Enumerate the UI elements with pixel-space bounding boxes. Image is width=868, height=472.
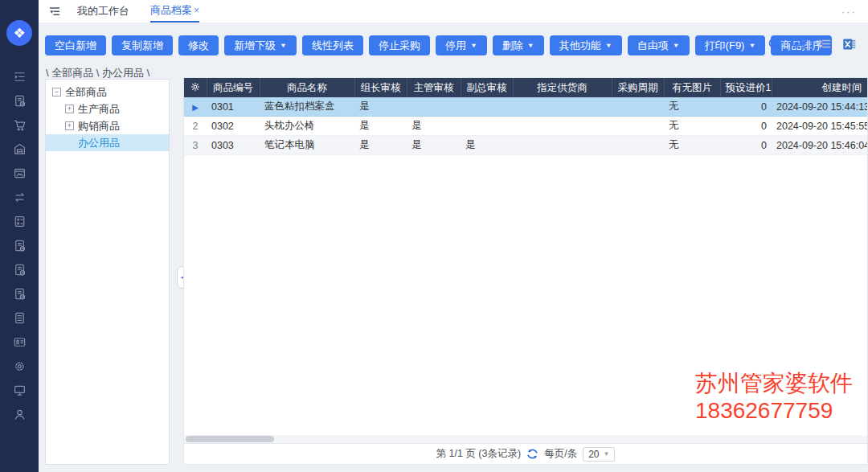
toolbar-button-6[interactable]: 停用▼ [436,35,487,55]
table-empty-area [184,155,867,435]
toolbar-button-label: 自由项 [637,39,669,53]
cell: 无 [664,97,720,117]
chevron-down-icon: ▼ [470,43,477,49]
nav-menu-icon[interactable] [12,69,27,84]
chevron-down-icon: ▼ [605,43,612,49]
column-header-2[interactable]: 组长审核 [354,78,407,97]
cell: 0303 [207,136,260,155]
tab-close-icon[interactable]: × [194,0,199,21]
scrollbar-thumb[interactable] [186,436,274,442]
table-row-2[interactable]: 30303笔记本电脑是是是无02024-09-20 15:46:04 [184,136,867,155]
cell: 0 [720,117,772,136]
column-header-6[interactable]: 采购周期 [612,78,664,97]
gallery-icon[interactable] [12,166,27,181]
product-table: 商品编号商品名称组长审核主管审核副总审核指定供货商采购周期有无图片预设进价1创建… [184,78,868,155]
cell: 0 [720,97,772,117]
tree-item-0[interactable]: −全部商品 [46,84,169,101]
horizontal-scrollbar[interactable] [184,435,867,443]
tree-item-label: 购销商品 [78,117,120,134]
table-row-0[interactable]: ▶0301蓝色粘扣档案盒是无02024-09-20 15:44:13 [184,97,867,117]
cell [612,136,664,155]
chevron-down-icon: ▼ [527,43,534,49]
page-info: 第 1/1 页 (3条记录) [436,447,522,461]
cell: 是 [354,136,407,155]
tree-item-label: 生产商品 [78,101,120,117]
cell: 笔记本电脑 [260,136,354,155]
toolbar-button-4[interactable]: 线性列表 [302,35,363,55]
cell [612,97,664,117]
main-area: 我的工作台 商品档案 × ··· 空白新增复制新增修改新增下级▼线性列表停止采购… [39,0,868,472]
column-header-7[interactable]: 有无图片 [664,78,720,97]
user-icon[interactable] [12,407,27,422]
gear-icon[interactable] [184,78,207,97]
purchase-cart-icon[interactable] [12,117,27,133]
collapse-node-icon[interactable]: − [52,88,61,96]
column-header-3[interactable]: 主管审核 [407,78,461,97]
toolbar-button-9[interactable]: 自由项▼ [628,35,690,55]
toolbar-button-8[interactable]: 其他功能▼ [550,35,622,55]
more-menu-icon[interactable]: ··· [841,6,857,18]
expand-node-icon[interactable]: + [65,121,74,130]
finance-doc-icon[interactable] [12,238,27,253]
chevron-down-icon: ▼ [280,43,287,49]
toolbar-button-label: 空白新增 [55,39,96,53]
terminal-monitor-icon[interactable] [12,383,27,398]
toolbar-button-3[interactable]: 新增下级▼ [224,35,297,55]
report-doc-icon[interactable] [12,262,27,277]
sales-doc-icon[interactable] [12,93,27,109]
archive-doc-icon[interactable] [12,286,27,302]
cell: 是 [407,117,461,136]
list-report-icon[interactable] [12,310,27,326]
contact-card-icon[interactable] [12,335,27,350]
table-header-row: 商品编号商品名称组长审核主管审核副总审核指定供货商采购周期有无图片预设进价1创建… [184,78,867,97]
toolbar-button-label: 线性列表 [312,39,354,53]
tab-workbench[interactable]: 我的工作台 [77,4,129,18]
toolbar-button-label: 新增下级 [234,39,276,53]
chevron-down-icon: ▼ [673,43,680,49]
calculator-icon[interactable] [12,214,27,229]
table-footer: 第 1/1 页 (3条记录) 每页/条 20 ▼ [184,443,867,464]
warehouse-icon[interactable] [12,142,27,157]
cell: 0 [720,136,772,155]
column-header-4[interactable]: 副总审核 [461,78,513,97]
tree-item-1[interactable]: +生产商品 [46,101,169,117]
refresh-icon[interactable] [526,448,538,460]
toolbar-button-5[interactable]: 停止采购 [369,35,430,55]
per-page-select[interactable]: 20 ▼ [583,447,615,462]
toolbar-button-10[interactable]: 打印(F9)▼ [695,35,766,55]
cell [407,97,461,117]
expand-node-icon[interactable]: + [65,105,74,113]
chevron-down-icon: ▼ [748,43,755,49]
toolbar-button-7[interactable]: 删除▼ [493,35,544,55]
transfer-icon[interactable] [12,190,27,205]
collapse-menu-icon[interactable] [48,5,61,18]
column-header-0[interactable]: 商品编号 [207,78,260,97]
search-icon[interactable] [768,37,782,51]
column-header-8[interactable]: 预设进价1 [720,78,772,97]
cell: 2024-09-20 15:45:55 [772,117,867,136]
chevron-down-icon: ▼ [604,450,610,458]
table-row-1[interactable]: 20302头枕办公椅是是无02024-09-20 15:45:55 [184,117,867,136]
column-header-5[interactable]: 指定供货商 [513,78,612,97]
cell [461,117,513,136]
toolbar-button-0[interactable]: 空白新增 [45,35,106,55]
toolbar-button-label: 复制新增 [121,39,163,53]
toolbar-button-2[interactable]: 修改 [178,35,219,55]
cell: 2024-09-20 15:44:13 [772,97,867,117]
product-table-panel: 商品编号商品名称组长审核主管审核副总审核指定供货商采购周期有无图片预设进价1创建… [183,77,868,465]
column-header-1[interactable]: 商品名称 [260,78,354,97]
cell: 蓝色粘扣档案盒 [260,97,354,117]
column-header-9[interactable]: 创建时间 [772,78,867,97]
cell: 是 [407,136,461,155]
brand-logo-icon[interactable]: ❖ [6,20,32,46]
sort-asc-icon[interactable] [792,37,807,51]
excel-export-icon[interactable] [842,37,857,51]
row-height-icon[interactable] [817,37,832,51]
toolbar-button-1[interactable]: 复制新增 [112,35,173,55]
tree-item-2[interactable]: +购销商品 [46,117,169,134]
cell: 头枕办公椅 [260,117,354,136]
settings-gear-icon[interactable] [12,359,27,374]
tab-product-archive[interactable]: 商品档案 × [150,0,199,23]
cell: 2024-09-20 15:46:04 [772,136,867,155]
tree-item-3[interactable]: 办公用品 [46,134,169,151]
